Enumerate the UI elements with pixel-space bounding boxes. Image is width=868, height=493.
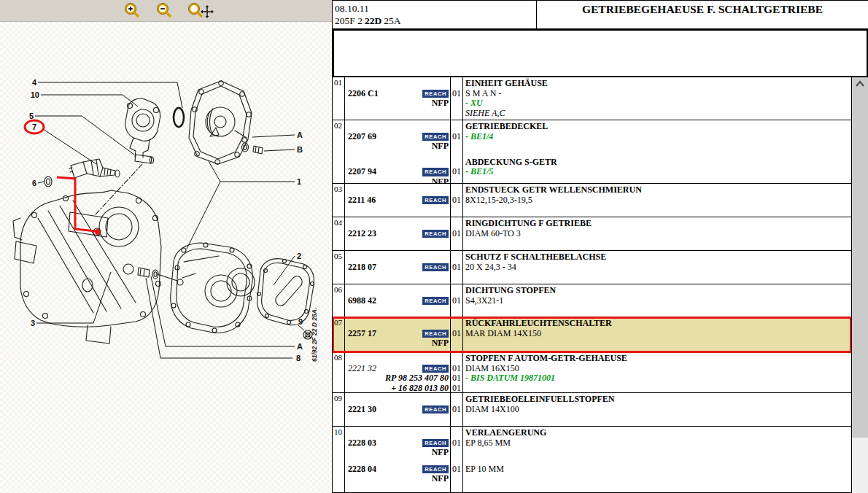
reach-badge[interactable]: REACH [422,405,449,414]
part-description-detail: DIAM 14X100 [465,405,851,415]
table-row-08[interactable]: 082221 32REACHRP 98 253 407 80+ 16 828 0… [333,352,851,393]
callout-a-top: A [297,131,303,139]
page-header: 08.10.11 205F 222D25A GETRIEBEGEHAEUSE F… [333,0,868,29]
quantity: 01 [451,329,462,339]
quantity [451,319,462,329]
part-description-detail: DIAM 60-TO 3 [465,229,851,239]
part-description-title: VERLAENGERUNG [465,428,851,438]
quantity [451,354,462,364]
row-number: 03 [333,184,345,217]
reach-badge[interactable]: REACH [422,330,449,338]
quantity [451,79,462,89]
description-cell: SCHUTZ F SCHALTHEBELACHSE20 X 24,3 - 34 [463,251,851,284]
gearbox-housing-part [13,190,161,343]
part-description-detail: 20 X 24,3 - 34 [465,263,851,273]
callout-9: 9 [298,317,303,326]
table-row-03[interactable]: 032211 46REACH01ENDSTUECK GETR WELLENSCH… [333,184,851,217]
reach-badge[interactable]: REACH [422,90,449,98]
quantity: 01 [451,296,462,306]
quantity [451,219,462,229]
part-description-detail: MAR DIAM 14X150 [465,329,851,339]
quantity [451,141,462,152]
part-code: + 16 828 013 80 [391,384,449,394]
reach-badge[interactable]: REACH [422,263,449,272]
part-description-detail [465,177,851,184]
scrollbar[interactable] [852,77,868,493]
diagram-toolbar [0,0,333,22]
part-description-detail: SIEHE A,C [465,109,851,119]
reach-badge[interactable]: REACH [422,439,449,448]
row-number: 07 [333,317,345,352]
callout-10: 10 [31,90,39,99]
quantity [451,252,462,263]
table-row-07[interactable]: 072257 17REACHNFP01RÜCKFAHRLEUCHTENSCHAL… [333,317,851,352]
nfp-flag: NFP [345,448,450,458]
table-row-09[interactable]: 092221 30REACH01GETRIEBEOELEINFUELLSTOPF… [333,393,851,427]
drain-plug-washer-parts [138,268,158,279]
callout-8: 8 [296,354,301,362]
description-cell: GETRIEBEOELEINFUELLSTOPFENDIAM 14X100 [463,393,851,426]
callout-4: 4 [32,78,37,87]
quantity [451,428,462,438]
row-number: 05 [333,251,345,284]
quantity-cell: 010101 [451,352,463,392]
description-cell: ENDSTUECK GETR WELLENSCHMIERUN8X12,15-20… [463,184,851,217]
quantity-cell: 01 [451,217,463,250]
description-cell: RÜCKFAHRLEUCHTENSCHALTERMAR DIAM 14X150 [463,317,851,352]
quantity [451,286,462,296]
part-description-detail: - BE1/4 [465,132,851,142]
callout-7: 7 [32,123,36,131]
table-row-01[interactable]: 012206 C1REACHNFP01EINHEIT GEHÄUSES M A … [333,77,851,120]
quantity-cell: 01 [451,317,463,352]
table-row-04[interactable]: 042212 23REACH01RINGDICHTUNG F GETRIEBED… [333,217,851,251]
nfp-flag: NFP [345,141,450,152]
part-code: RP 98 253 407 80 [385,373,449,384]
part-description-detail [465,338,851,349]
zoom-out-button[interactable] [153,1,175,20]
part-code: 2206 C1 [348,89,379,99]
quantity: 01 [451,195,462,206]
reach-badge[interactable]: REACH [422,230,449,238]
quantity-cell: 01 [451,77,463,120]
part-code-cell: 2228 03REACHNFP2228 04REACHNFP [345,427,451,492]
scrollbar-thumb[interactable] [852,77,868,438]
callout-2: 2 [297,252,301,260]
table-row-05[interactable]: 052218 07REACH01SCHUTZ F SCHALTHEBELACHS… [333,251,851,284]
gearbox-exploded-drawing: 4 10 5 7 6 3 A B 1 2 9 A 8 61/92 2F [0,22,332,493]
quantity: 01 [451,364,462,374]
clutch-housing-part [158,243,255,333]
callout-b: B [297,145,303,154]
callout-1: 1 [297,177,301,186]
callout-3: 3 [31,319,35,327]
quantity: 01 [451,132,462,142]
callout-5: 5 [29,112,34,120]
reach-badge[interactable]: REACH [422,133,449,141]
part-code-cell: 2206 C1REACHNFP [345,77,451,120]
exploded-view-diagram[interactable]: 4 10 5 7 6 3 A B 1 2 9 A 8 61/92 2F [0,22,332,493]
quantity-cell: 0101 [451,427,463,492]
scroll-up-icon[interactable] [855,80,865,88]
row-number: 09 [333,393,345,426]
part-code: 2257 17 [348,329,376,339]
reach-badge[interactable]: REACH [422,465,449,474]
table-row-02[interactable]: 022207 69REACHNFP2207 94REACHNFP0101GETR… [333,120,851,184]
quantity: 01 [451,89,462,99]
description-cell: GETRIEBEDECKEL- BE1/4ABDECKUNG S-GETR- B… [463,120,851,183]
zoom-pan-button[interactable] [185,1,214,20]
part-code: 2211 46 [348,195,376,206]
reach-badge[interactable]: REACH [422,365,449,373]
table-row-06[interactable]: 066988 42REACH01DICHTUNG STOPFENS4,3X21-… [333,284,851,317]
reach-badge[interactable]: REACH [422,196,449,205]
quantity [451,109,462,119]
quantity-cell: 01 [451,284,463,317]
part-code-cell: 2212 23REACH [345,217,451,250]
header-date: 08.10.11 [335,2,536,15]
reach-badge[interactable]: REACH [422,297,449,306]
part-description-detail [465,448,851,458]
part-description-detail: - BIS DATUM 19871001 [465,373,851,384]
reach-badge[interactable]: REACH [422,168,449,176]
table-row-10[interactable]: 102228 03REACHNFP2228 04REACHNFP0101VERL… [333,427,851,493]
quantity [451,448,462,458]
part-description-title: ABDECKUNG S-GETR [465,158,851,168]
zoom-in-button[interactable] [121,1,143,20]
